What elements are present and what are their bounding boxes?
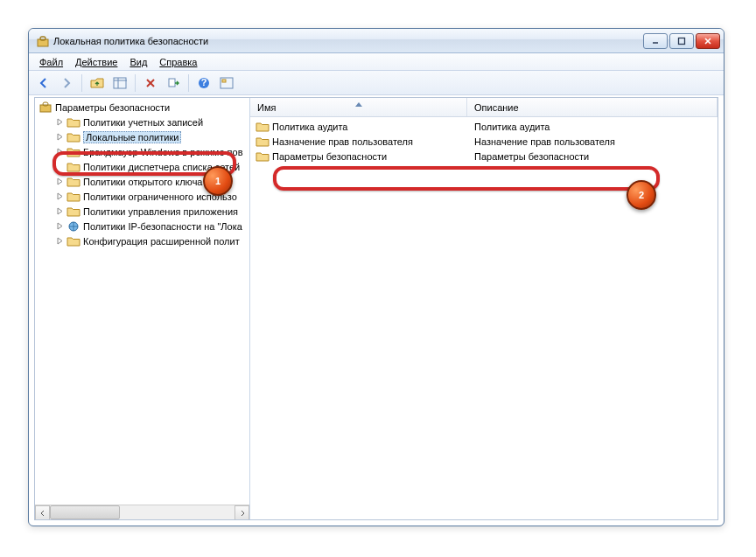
- list-body[interactable]: Политика аудитаПолитика аудитаНазначение…: [250, 117, 718, 519]
- list-name-text: Назначение прав пользователя: [272, 136, 413, 147]
- sort-asc-icon: [355, 99, 362, 109]
- delete-button[interactable]: [141, 73, 160, 93]
- tree-item-label: Брандмауэр Windows в режиме пов: [83, 147, 243, 157]
- up-folder-button[interactable]: [88, 73, 107, 93]
- maximize-button[interactable]: [669, 33, 694, 49]
- column-description[interactable]: Описание: [467, 98, 718, 116]
- list-name-text: Параметры безопасности: [272, 151, 387, 162]
- titlebar[interactable]: Локальная политика безопасности: [29, 29, 724, 53]
- tree-item-label: Политики учетных записей: [83, 117, 203, 128]
- app-icon: [36, 34, 50, 48]
- list-cell-desc: Назначение прав пользователя: [467, 136, 718, 147]
- folder-icon: [66, 131, 80, 143]
- list-cell-desc: Параметры безопасности: [467, 151, 718, 162]
- column-name[interactable]: Имя: [250, 98, 467, 116]
- tree-item-label: Политики IP-безопасности на "Лока: [83, 221, 242, 232]
- ipsec-icon: [66, 220, 80, 233]
- folder-icon: [66, 191, 80, 203]
- folder-icon: [66, 235, 80, 247]
- scroll-track[interactable]: [50, 505, 234, 519]
- svg-text:?: ?: [201, 77, 207, 87]
- close-button[interactable]: [696, 33, 720, 49]
- svg-rect-3: [679, 38, 685, 44]
- export-button[interactable]: [164, 73, 183, 93]
- expander-icon[interactable]: [54, 206, 65, 217]
- scroll-right-button[interactable]: [234, 505, 249, 519]
- column-desc-label: Описание: [474, 102, 519, 113]
- expander-icon[interactable]: [54, 177, 65, 187]
- list-name-text: Политика аудита: [272, 122, 347, 132]
- horizontal-scrollbar[interactable]: [35, 505, 249, 519]
- show-tree-button[interactable]: [110, 73, 130, 93]
- toolbar-separator: [188, 74, 189, 92]
- list-pane: Имя Описание Политика аудитаПолитика ауд…: [250, 98, 718, 519]
- tree-item[interactable]: Политики IP-безопасности на "Лока: [35, 219, 249, 233]
- svg-rect-11: [169, 79, 175, 87]
- list-header: Имя Описание: [250, 98, 718, 117]
- folder-icon: [66, 176, 80, 188]
- list-cell-desc: Политика аудита: [467, 122, 718, 132]
- menubar: Файл Действие Вид Справка: [29, 53, 724, 71]
- expander-icon[interactable]: [54, 191, 65, 202]
- tree-root-label: Параметры безопасности: [55, 102, 170, 113]
- folder-icon: [66, 116, 80, 129]
- tree-item-label: Конфигурация расширенной полит: [83, 236, 240, 247]
- tree-item-label: Политики ограниченного использо: [83, 191, 237, 202]
- folder-icon: [66, 161, 80, 173]
- svg-rect-1: [40, 37, 46, 40]
- list-cell-name: Политика аудита: [250, 121, 467, 133]
- menu-help[interactable]: Справка: [154, 55, 202, 69]
- column-name-label: Имя: [257, 102, 276, 113]
- tree-item[interactable]: Политики открытого ключа: [35, 174, 249, 189]
- expander-icon[interactable]: [54, 147, 65, 157]
- svg-rect-6: [114, 78, 126, 88]
- tree-item-label: Политики диспетчера списка сетей: [83, 162, 240, 172]
- scroll-thumb[interactable]: [50, 505, 120, 519]
- folder-icon: [256, 121, 270, 133]
- menu-file[interactable]: Файл: [34, 55, 68, 69]
- back-button[interactable]: [34, 73, 53, 93]
- toolbar: ?: [29, 71, 724, 95]
- folder-icon: [256, 136, 270, 148]
- folder-icon: [256, 150, 270, 163]
- list-row[interactable]: Политика аудитаПолитика аудита: [250, 119, 718, 134]
- tree-item[interactable]: Политики учетных записей: [35, 115, 249, 129]
- tree-item[interactable]: Локальные политики: [35, 129, 249, 144]
- menu-action[interactable]: Действие: [70, 55, 122, 69]
- tree[interactable]: Параметры безопасности Политики учетных …: [35, 98, 249, 248]
- tree-item-label: Политики управления приложения: [83, 206, 238, 217]
- list-cell-name: Назначение прав пользователя: [250, 136, 467, 148]
- tree-item[interactable]: Политики диспетчера списка сетей: [35, 159, 249, 174]
- window-title: Локальная политика безопасности: [53, 36, 643, 46]
- help-button[interactable]: ?: [194, 73, 214, 93]
- folder-icon: [66, 146, 80, 158]
- expander-icon[interactable]: [54, 236, 65, 247]
- expander-icon[interactable]: [54, 132, 65, 143]
- svg-rect-15: [222, 80, 226, 82]
- tree-item-label: Политики открытого ключа: [83, 177, 202, 187]
- security-root-icon: [38, 101, 52, 114]
- list-row[interactable]: Параметры безопасностиПараметры безопасн…: [250, 149, 718, 164]
- toolbar-separator: [135, 74, 136, 92]
- tree-root[interactable]: Параметры безопасности: [35, 100, 249, 115]
- toolbar-separator: [81, 74, 82, 92]
- expander-icon[interactable]: [54, 117, 65, 128]
- list-cell-name: Параметры безопасности: [250, 150, 467, 163]
- expander-icon: [54, 162, 65, 172]
- forward-button[interactable]: [57, 73, 76, 93]
- tree-item[interactable]: Политики ограниченного использо: [35, 189, 249, 204]
- properties-button[interactable]: [217, 73, 236, 93]
- tree-item[interactable]: Конфигурация расширенной полит: [35, 233, 249, 248]
- minimize-button[interactable]: [643, 33, 668, 49]
- list-row[interactable]: Назначение прав пользователяНазначение п…: [250, 134, 718, 149]
- tree-pane: Параметры безопасности Политики учетных …: [35, 98, 250, 519]
- folder-icon: [66, 205, 80, 218]
- tree-item[interactable]: Брандмауэр Windows в режиме пов: [35, 144, 249, 159]
- menu-view[interactable]: Вид: [124, 55, 152, 69]
- app-window: Локальная политика безопасности Файл Дей…: [28, 28, 724, 526]
- expander-icon[interactable]: [54, 221, 65, 232]
- scroll-left-button[interactable]: [35, 505, 50, 519]
- tree-item[interactable]: Политики управления приложения: [35, 204, 249, 219]
- tree-item-label: Локальные политики: [83, 131, 181, 143]
- content-area: Параметры безопасности Политики учетных …: [34, 97, 718, 520]
